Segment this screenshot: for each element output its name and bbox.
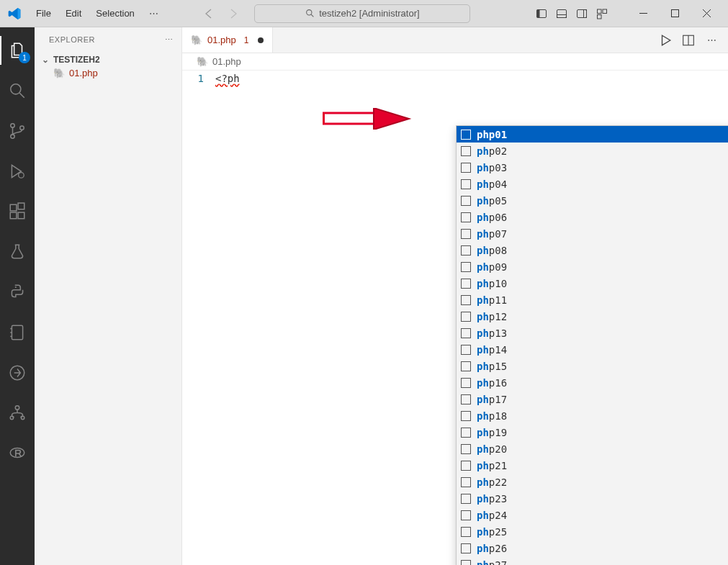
layout-panel-bottom-icon[interactable] — [554, 6, 570, 22]
suggest-label: php16 — [477, 377, 722, 389]
svg-rect-10 — [598, 14, 602, 19]
snippet-icon — [461, 378, 471, 388]
live-share-icon — [8, 363, 27, 382]
suggest-item[interactable]: php09PHP EXAMPLE 9 — [457, 258, 728, 275]
suggest-item[interactable]: php18PHP EXAMPLE 18 — [457, 407, 728, 424]
breadcrumb[interactable]: 🐘 01.php — [182, 53, 728, 71]
file-item-01php[interactable]: 🐘 01.php — [35, 66, 181, 80]
editor-tabs: 🐘 01.php 1 ⋯ — [182, 27, 728, 53]
layout-customize-icon[interactable] — [594, 6, 610, 22]
window-maximize-button[interactable] — [659, 2, 691, 25]
suggest-item[interactable]: php10PHP EXAMPLE 10 — [457, 275, 728, 291]
activity-explorer[interactable]: 1 — [0, 33, 35, 68]
suggest-item[interactable]: php26PHP EXAMPLE 26 — [457, 540, 728, 556]
activity-live-share[interactable] — [0, 356, 35, 390]
suggest-item[interactable]: php02PHP EXAMPLE 2 — [457, 143, 728, 159]
activity-notebook[interactable] — [0, 315, 35, 350]
activity-testing[interactable] — [0, 235, 35, 269]
menu-overflow-icon[interactable]: ⋯ — [143, 5, 164, 22]
suggest-item[interactable]: php03PHP EXAMPLE 3 — [457, 159, 728, 176]
snippet-icon — [461, 494, 471, 504]
snippet-icon — [461, 345, 471, 355]
suggest-item[interactable]: php13PHP EXAMPLE 13 — [457, 325, 728, 341]
suggest-label: php08 — [477, 245, 728, 256]
suggest-label: php09 — [477, 261, 728, 273]
play-bug-icon — [8, 162, 27, 181]
search-icon — [305, 9, 315, 18]
snippet-icon — [461, 262, 471, 272]
suggest-item[interactable]: php23PHP EXAMPLE 23 — [457, 490, 728, 507]
suggest-item[interactable]: php04PHP EXAMPLE 4 — [457, 176, 728, 192]
tab-label: 01.php — [207, 35, 236, 45]
command-center-text: testizeh2 [Administrator] — [319, 8, 419, 19]
php-file-icon: 🐘 — [53, 68, 65, 78]
nav-forward-button[interactable] — [224, 4, 243, 23]
nav-back-button[interactable] — [199, 4, 218, 23]
suggest-item[interactable]: php17PHP EXAMPLE 17 — [457, 391, 728, 407]
svg-point-19 — [20, 126, 24, 130]
activity-bar: 1 — [0, 27, 35, 565]
python-icon — [8, 283, 27, 302]
suggest-item[interactable]: php12PHP EXAMPLE 12 — [457, 308, 728, 325]
activity-search[interactable] — [0, 73, 35, 108]
svg-point-32 — [10, 416, 13, 419]
menu-edit[interactable]: Edit — [60, 5, 87, 22]
layout-panel-left-icon[interactable] — [534, 6, 549, 22]
suggest-label: php21 — [477, 460, 722, 471]
suggest-item[interactable]: php20PHP EXAMPLE 20 — [457, 440, 728, 457]
suggest-item[interactable]: php08PHP EXAMPLE 8 — [457, 242, 728, 258]
suggest-item[interactable]: php24PHP EXAMPLE 24 — [457, 507, 728, 523]
run-button[interactable] — [657, 32, 673, 48]
folder-name: TESTIZEH2 — [53, 55, 100, 65]
suggest-item[interactable]: php06PHP EXAMPLE 6 — [457, 209, 728, 225]
window-close-button[interactable] — [691, 2, 722, 25]
suggest-item[interactable]: php15PHP EXAMPLE 15 — [457, 358, 728, 374]
svg-rect-4 — [557, 9, 567, 17]
menu-file[interactable]: File — [30, 5, 57, 22]
snippet-icon — [461, 461, 471, 471]
svg-rect-8 — [598, 9, 602, 14]
file-item-label: 01.php — [69, 68, 98, 78]
snippet-icon — [461, 527, 471, 537]
activity-extensions[interactable] — [0, 194, 35, 229]
snippet-icon — [461, 560, 471, 566]
suggest-item[interactable]: php27PHP EXAMPLE 27 — [457, 556, 728, 565]
snippet-icon — [461, 312, 471, 322]
layout-panel-right-icon[interactable] — [574, 6, 590, 22]
extensions-icon — [8, 202, 27, 221]
activity-source-control[interactable] — [0, 114, 35, 148]
snippet-icon — [461, 179, 471, 189]
suggest-item[interactable]: php16PHP EXAMPLE 16 — [457, 374, 728, 391]
tab-01php[interactable]: 🐘 01.php 1 — [182, 27, 273, 53]
folder-section-header[interactable]: ⌄ TESTIZEH2 — [35, 53, 181, 66]
activity-r[interactable] — [0, 436, 35, 471]
suggest-label: php25 — [477, 526, 722, 538]
suggest-item[interactable]: php25PHP EXAMPLE 25 — [457, 523, 728, 540]
command-center-search[interactable]: testizeh2 [Administrator] — [254, 4, 470, 23]
suggest-label: php04 — [477, 178, 728, 190]
suggest-label: php01 — [477, 129, 728, 140]
activity-git-graph[interactable] — [0, 396, 35, 430]
snippet-icon — [461, 212, 471, 222]
suggest-item[interactable]: php11PHP EXAMPLE 11 — [457, 291, 728, 308]
suggest-item[interactable]: php14PHP EXAMPLE 14 — [457, 341, 728, 358]
suggest-label: php24 — [477, 510, 722, 521]
suggest-label: php10 — [477, 278, 722, 289]
tab-overflow-icon[interactable]: ⋯ — [704, 32, 719, 48]
snippet-icon — [461, 328, 471, 338]
suggest-item[interactable]: php05PHP EXAMPLE 5 — [457, 192, 728, 209]
activity-run-debug[interactable] — [0, 154, 35, 189]
svg-point-25 — [15, 286, 17, 288]
activity-python[interactable] — [0, 275, 35, 309]
svg-rect-26 — [12, 325, 22, 340]
sidebar-overflow-icon[interactable]: ⋯ — [165, 35, 174, 45]
suggest-item[interactable]: php01PHP EXAMPLE 1 — [457, 126, 728, 143]
menu-selection[interactable]: Selection — [90, 5, 140, 22]
suggest-item[interactable]: php22PHP EXAMPLE 22 — [457, 474, 728, 490]
suggest-item[interactable]: php21PHP EXAMPLE 21 — [457, 457, 728, 474]
window-minimize-button[interactable] — [627, 2, 659, 25]
split-editor-button[interactable] — [680, 32, 696, 48]
search-icon — [8, 81, 27, 100]
suggest-item[interactable]: php19PHP EXAMPLE 19 — [457, 424, 728, 440]
suggest-item[interactable]: php07PHP EXAMPLE 7 — [457, 225, 728, 242]
